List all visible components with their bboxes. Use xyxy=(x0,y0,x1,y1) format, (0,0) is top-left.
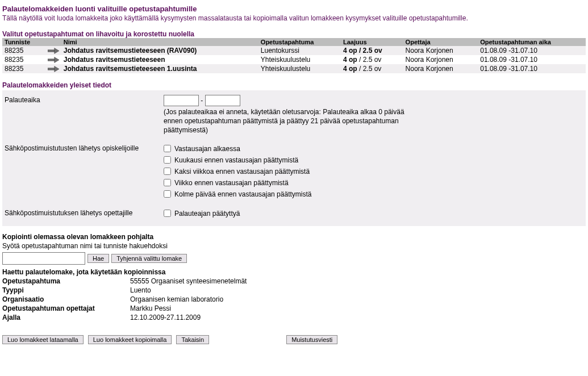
reminder-student-option: Kuukausi ennen vastausajan päättymistä xyxy=(174,156,298,164)
reminder-student-option: Viikko ennen vastausajan päättymistä xyxy=(174,179,289,187)
detail-tyyppi-v: Luento xyxy=(130,286,586,294)
reminder-teacher-checkbox[interactable] xyxy=(164,210,171,217)
detail-opettajat-k: Opetustapahtuman opettajat xyxy=(2,304,130,312)
cell-opetustapahtuma: Yhteiskuulustelu xyxy=(258,64,341,73)
luo-lataamalla-button[interactable]: Luo lomakkeet lataamalla xyxy=(2,335,84,344)
copy-search-label: Syötä opetustapahtuman nimi tai tunniste… xyxy=(2,242,586,250)
detail-opetustapahtuma-k: Opetustapahtuma xyxy=(2,277,130,285)
reminder-students-label: Sähköpostimuistutusten lähetys opiskelij… xyxy=(5,143,164,152)
cell-tunniste: 88235 xyxy=(2,55,45,64)
takaisin-button[interactable]: Takaisin xyxy=(176,335,209,344)
reminder-student-checkbox-0[interactable] xyxy=(164,145,171,152)
detail-ajalla-k: Ajalla xyxy=(2,314,130,321)
events-table: Tunniste Nimi Opetustapahtuma Laajuus Op… xyxy=(2,38,586,73)
reminder-student-option: Vastausajan alkaessa xyxy=(174,145,240,153)
cell-opettaja: Noora Korjonen xyxy=(403,64,478,73)
table-row: 88235Johdatus ravitsemustieteeseen (RAV0… xyxy=(2,46,586,55)
cell-aika: 01.08.09 -31.07.10 xyxy=(478,46,586,55)
detail-ajalla-v: 12.10.2009-27.11.2009 xyxy=(130,314,586,321)
copy-heading: Kopiointi olemassa olevan lomakkeen pohj… xyxy=(2,233,586,241)
reminder-student-checkbox-2[interactable] xyxy=(164,168,171,175)
reminder-teachers-label: Sähköpostimuistutuksen lähetys opettajil… xyxy=(5,208,164,217)
muistutus-button[interactable]: Muistutusviesti xyxy=(286,335,337,344)
form-heading: Palautelomakkeiden yleiset tiedot xyxy=(2,81,586,89)
cell-nimi: Johdatus ravitsemustieteeseen (RAV090) xyxy=(61,46,258,55)
cell-aika: 01.08.09 -31.07.10 xyxy=(478,55,586,64)
fetched-heading: Haettu palautelomake, jota käytetään kop… xyxy=(2,268,586,276)
hae-button[interactable]: Hae xyxy=(87,254,109,263)
palauteaika-hint: (Jos palauteaikaa ei anneta, käytetään o… xyxy=(164,107,408,135)
col-tunniste: Tunniste xyxy=(2,38,45,46)
page-description: Tällä näytöllä voit luoda lomakkeita jok… xyxy=(2,14,586,22)
table-row: 88235Johdatus ravitsemustieteeseenYhteis… xyxy=(2,55,586,64)
detail-opettajat-v: Markku Pessi xyxy=(130,304,586,312)
cell-laajuus: 4 op / 2.5 ov xyxy=(341,55,403,64)
reminder-teacher-option: Palauteajan päätyttyä xyxy=(174,210,240,218)
arrow-icon xyxy=(48,65,59,73)
reminder-student-checkbox-1[interactable] xyxy=(164,156,171,164)
cell-opettaja: Noora Korjonen xyxy=(403,55,478,64)
cell-opetustapahtuma: Yhteiskuulustelu xyxy=(258,55,341,64)
col-aika: Opetustapahtuman aika xyxy=(478,38,586,46)
fetched-details: Opetustapahtuma 55555 Orgaaniset syntees… xyxy=(2,277,586,321)
reminder-student-checkbox-4[interactable] xyxy=(164,190,171,198)
col-opettaja: Opettaja xyxy=(403,38,478,46)
cell-opettaja: Noora Korjonen xyxy=(403,46,478,55)
cell-opetustapahtuma: Luentokurssi xyxy=(258,46,341,55)
events-heading: Valitut opetustapahtumat on lihavoitu ja… xyxy=(2,30,586,38)
col-opetustapahtuma: Opetustapahtuma xyxy=(258,38,341,46)
table-row: 88235Johdatus ravitsemustieteeseen 1.uus… xyxy=(2,64,586,73)
detail-organisaatio-v: Orgaanisen kemian laboratorio xyxy=(130,295,586,303)
copy-search-input[interactable] xyxy=(2,252,85,265)
luo-kopioimalla-button[interactable]: Luo lomakkeet kopioimalla xyxy=(88,335,172,344)
form-section: Palauteaika - (Jos palauteaikaa ei annet… xyxy=(2,90,586,226)
detail-tyyppi-k: Tyyppi xyxy=(2,286,130,294)
palauteaika-end[interactable] xyxy=(205,95,240,106)
page-title: Palautelomakkeiden luonti valituille ope… xyxy=(2,5,586,13)
cell-tunniste: 88235 xyxy=(2,46,45,55)
arrow-icon xyxy=(48,47,59,55)
reminder-student-option: Kolme päivää ennen vastausajan päättymis… xyxy=(174,190,311,198)
detail-opetustapahtuma-v: 55555 Orgaaniset synteesimenetelmät xyxy=(130,277,586,285)
palauteaika-start[interactable] xyxy=(164,95,199,106)
palauteaika-label: Palauteaika xyxy=(5,95,164,104)
cell-tunniste: 88235 xyxy=(2,64,45,73)
tyhjenna-button[interactable]: Tyhjennä valittu lomake xyxy=(111,254,187,263)
col-laajuus: Laajuus xyxy=(341,38,403,46)
col-nimi: Nimi xyxy=(61,38,258,46)
cell-laajuus: 4 op / 2.5 ov xyxy=(341,64,403,73)
arrow-icon xyxy=(48,56,59,64)
detail-organisaatio-k: Organisaatio xyxy=(2,295,130,303)
cell-laajuus: 4 op / 2.5 ov xyxy=(341,46,403,55)
cell-nimi: Johdatus ravitsemustieteeseen xyxy=(61,55,258,64)
reminder-student-option: Kaksi viikkoa ennen vastausajan päättymi… xyxy=(174,168,310,176)
reminder-student-checkbox-3[interactable] xyxy=(164,179,171,186)
date-separator: - xyxy=(201,97,203,105)
cell-aika: 01.08.09 -31.07.10 xyxy=(478,64,586,73)
cell-nimi: Johdatus ravitsemustieteeseen 1.uusinta xyxy=(61,64,258,73)
